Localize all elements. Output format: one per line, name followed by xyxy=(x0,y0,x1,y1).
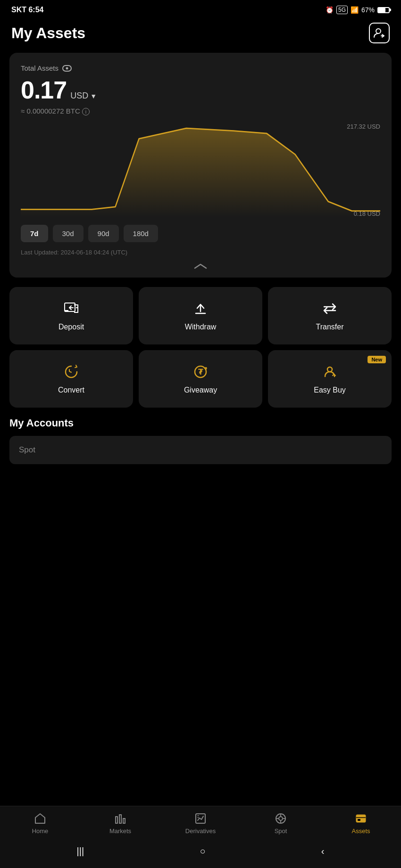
giveaway-label: Giveaway xyxy=(184,386,217,394)
accounts-section: My Accounts Spot xyxy=(0,417,401,464)
nav-spot[interactable]: Spot xyxy=(262,812,300,835)
nav-markets[interactable]: Markets xyxy=(101,812,139,835)
deposit-icon xyxy=(63,300,80,317)
filter-180d[interactable]: 180d xyxy=(124,225,158,242)
transfer-button[interactable]: Transfer xyxy=(268,287,392,344)
collapse-button[interactable] xyxy=(21,262,380,270)
new-badge: New xyxy=(368,356,386,363)
info-icon[interactable]: i xyxy=(82,108,90,115)
carrier-time: SKT 6:54 xyxy=(11,6,43,14)
system-nav: ||| ○ ‹ xyxy=(0,837,401,868)
assets-icon xyxy=(354,812,368,825)
svg-point-0 xyxy=(376,29,381,33)
convert-button[interactable]: Convert xyxy=(9,350,133,408)
page-header: My Assets xyxy=(0,18,401,53)
profile-transfer-button[interactable] xyxy=(369,23,390,43)
withdraw-icon xyxy=(192,300,209,317)
spot-icon xyxy=(274,812,287,825)
deposit-button[interactable]: Deposit xyxy=(9,287,133,344)
withdraw-label: Withdraw xyxy=(185,323,217,331)
svg-marker-1 xyxy=(21,128,380,217)
filter-7d[interactable]: 7d xyxy=(21,225,48,242)
svg-rect-8 xyxy=(123,819,125,823)
action-grid: Deposit Withdraw Transfer Convert ₮ G xyxy=(9,287,392,408)
page-title: My Assets xyxy=(11,25,85,42)
chart-low-label: 0.18 USD xyxy=(354,210,380,217)
spot-label: Spot xyxy=(19,445,35,454)
time-filter-group: 7d 30d 90d 180d xyxy=(21,225,380,242)
spot-account-item[interactable]: Spot xyxy=(9,436,392,464)
system-home[interactable]: ○ xyxy=(190,842,215,860)
asset-card: Total Assets 0.17 USD ▼ ≈ 0.00000272 BTC… xyxy=(9,53,392,278)
markets-icon xyxy=(114,812,127,825)
svg-rect-13 xyxy=(358,819,360,821)
svg-rect-12 xyxy=(356,815,366,822)
withdraw-button[interactable]: Withdraw xyxy=(139,287,262,344)
nav-items: Home Markets Derivatives S xyxy=(0,806,401,837)
giveaway-icon: ₮ xyxy=(192,363,209,380)
nav-derivatives[interactable]: Derivatives xyxy=(182,812,219,835)
svg-rect-7 xyxy=(119,815,121,823)
last-updated-text: Last Updated: 2024-06-18 04:24 (UTC) xyxy=(21,249,380,256)
asset-chart: 217.32 USD 0.18 USD xyxy=(21,123,380,217)
home-icon xyxy=(33,812,47,825)
convert-icon xyxy=(63,363,80,380)
battery-text: 67% xyxy=(361,6,375,14)
bottom-navigation: Home Markets Derivatives S xyxy=(0,806,401,868)
asset-value: 0.17 xyxy=(21,76,67,104)
easybuy-button[interactable]: New Easy Buy xyxy=(268,350,392,408)
svg-rect-6 xyxy=(116,817,117,823)
svg-point-5 xyxy=(327,367,332,372)
system-back-apps[interactable]: ||| xyxy=(67,842,94,860)
svg-text:₮: ₮ xyxy=(198,368,203,376)
nav-markets-label: Markets xyxy=(109,827,131,835)
alarm-icon: ⏰ xyxy=(326,6,334,14)
accounts-title: My Accounts xyxy=(9,417,392,429)
giveaway-button[interactable]: ₮ Giveaway xyxy=(139,350,262,408)
filter-90d[interactable]: 90d xyxy=(88,225,119,242)
battery-icon xyxy=(377,7,390,13)
nav-assets-label: Assets xyxy=(351,827,370,835)
easybuy-icon xyxy=(321,363,338,380)
system-back[interactable]: ‹ xyxy=(312,842,334,860)
svg-point-11 xyxy=(279,817,283,820)
status-bar: SKT 6:54 ⏰ 5G 📶 67% xyxy=(0,0,401,18)
derivatives-icon xyxy=(194,812,207,825)
network-icon: 5G xyxy=(336,6,348,14)
filter-30d[interactable]: 30d xyxy=(53,225,84,242)
nav-assets[interactable]: Assets xyxy=(342,812,380,835)
chart-svg xyxy=(21,123,380,217)
nav-home[interactable]: Home xyxy=(21,812,59,835)
currency-dropdown-icon[interactable]: ▼ xyxy=(90,92,97,100)
nav-home-label: Home xyxy=(32,827,49,835)
deposit-label: Deposit xyxy=(58,323,84,331)
asset-currency[interactable]: USD ▼ xyxy=(70,91,97,101)
easybuy-label: Easy Buy xyxy=(314,386,346,394)
nav-spot-label: Spot xyxy=(275,827,287,835)
total-assets-label: Total Assets xyxy=(21,64,380,72)
nav-derivatives-label: Derivatives xyxy=(185,827,216,835)
transfer-label: Transfer xyxy=(316,323,344,331)
btc-equivalent: ≈ 0.00000272 BTC i xyxy=(21,107,380,115)
visibility-toggle[interactable] xyxy=(62,65,72,72)
status-icons: ⏰ 5G 📶 67% xyxy=(326,6,390,14)
signal-icon: 📶 xyxy=(351,6,359,14)
chart-high-label: 217.32 USD xyxy=(347,123,380,130)
asset-amount: 0.17 USD ▼ xyxy=(21,76,380,104)
convert-label: Convert xyxy=(58,386,84,394)
transfer-icon xyxy=(321,300,338,317)
